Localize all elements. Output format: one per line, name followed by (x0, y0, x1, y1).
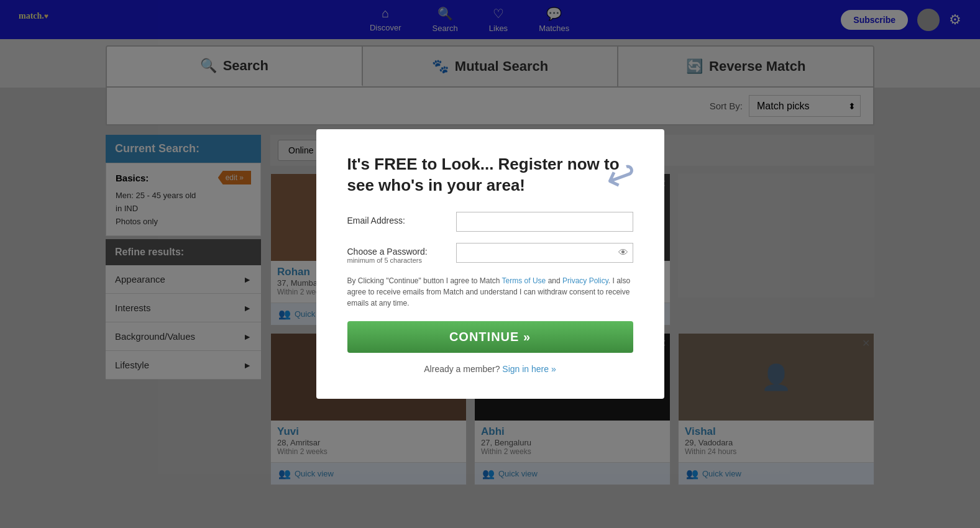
eye-toggle-icon[interactable]: 👁 (618, 247, 628, 258)
sign-in-row: Already a member? Sign in here » (347, 364, 633, 374)
password-input-wrapper: 👁 (456, 243, 633, 263)
email-row: Email Address: (347, 212, 633, 232)
password-row: Choose a Password: minimum of 5 characte… (347, 243, 633, 264)
signin-text: Already a member? (424, 364, 500, 374)
terms-of-use-link[interactable]: Terms of Use (502, 276, 546, 285)
modal-overlay: It's FREE to Look... Register now to see… (0, 0, 980, 528)
terms-text: By Clicking "Continue" button I agree to… (347, 275, 633, 309)
password-input[interactable] (456, 243, 633, 263)
password-sublabel: minimum of 5 characters (347, 257, 447, 264)
password-label: Choose a Password: minimum of 5 characte… (347, 243, 447, 264)
modal-title: It's FREE to Look... Register now to see… (347, 154, 633, 196)
email-label: Email Address: (347, 212, 447, 225)
privacy-policy-link[interactable]: Privacy Policy (562, 276, 608, 285)
registration-modal: It's FREE to Look... Register now to see… (316, 129, 664, 399)
continue-button[interactable]: CONTINUE (347, 321, 633, 353)
sign-in-link[interactable]: Sign in here » (502, 364, 556, 374)
email-input[interactable] (456, 212, 633, 232)
